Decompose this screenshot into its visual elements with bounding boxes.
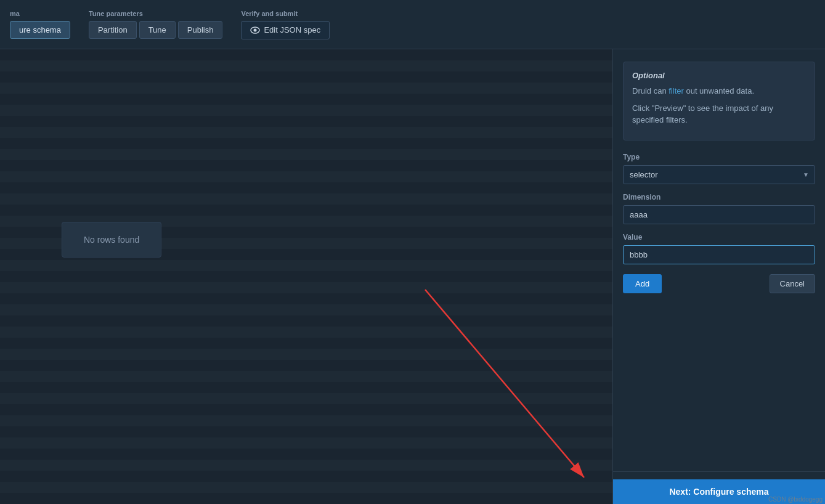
stripe-row [0,371,612,382]
no-rows-box: No rows found [62,222,161,258]
optional-title: Optional [632,71,806,80]
verify-section: Verify and submit Edit JSON spec [241,10,330,39]
stripe-row [0,426,612,437]
stripe-row [0,149,612,160]
schema-section-title: ma [10,10,70,17]
tune-buttons: Partition Tune Publish [89,21,223,39]
stripe-row [0,449,612,460]
preview-area: document.addEventListener('DOMContentLoa… [0,49,612,504]
stripe-row [0,83,612,94]
stripe-row [0,349,612,360]
stripe-row [0,127,612,138]
stripe-row [0,271,612,282]
stripe-row [0,205,612,216]
optional-text-2: Click "Preview" to see the impact of any… [632,102,806,126]
main-content: document.addEventListener('DOMContentLoa… [0,49,825,504]
stripe-row [0,304,612,315]
optional-text-1: Druid can filter out unwanted data. [632,85,806,97]
dimension-input[interactable] [623,205,815,224]
eye-icon [250,25,260,35]
stripe-row [0,338,612,349]
filter-link[interactable]: filter [669,86,684,96]
stripe-row [0,182,612,193]
next-button[interactable]: Next: Configure schema [613,479,825,504]
stripe-row [0,116,612,127]
schema-section: ma ure schema [10,10,70,39]
tune-section-title: Tune parameters [89,10,223,17]
svg-point-1 [254,28,257,31]
top-navigation: ma ure schema Tune parameters Partition … [0,0,825,49]
stripe-row [0,493,612,504]
stripe-row [0,415,612,426]
stripe-row [0,471,612,482]
publish-button[interactable]: Publish [178,21,223,39]
stripe-row [0,60,612,71]
right-panel: Optional Druid can filter out unwanted d… [612,49,825,504]
stripe-row [0,138,612,149]
dimension-label: Dimension [623,193,815,201]
edit-json-button[interactable]: Edit JSON spec [241,21,330,39]
stripe-row [0,94,612,105]
tune-section: Tune parameters Partition Tune Publish [89,10,223,39]
tune-button[interactable]: Tune [139,21,176,39]
stripe-row [0,171,612,182]
verify-section-title: Verify and submit [241,10,330,17]
stripe-row [0,160,612,171]
stripe-row [0,393,612,404]
value-label: Value [623,233,815,242]
stripe-row [0,460,612,471]
action-buttons: Add Cancel [623,274,815,293]
value-field-group: Value [623,233,815,264]
optional-hint-box: Optional Druid can filter out unwanted d… [623,62,815,140]
stripe-row [0,105,612,116]
panel-footer: Next: Configure schema [613,471,825,504]
edit-json-label: Edit JSON spec [264,25,320,35]
type-label: Type [623,153,815,161]
stripe-row [0,193,612,205]
stripe-row [0,49,612,60]
partition-button[interactable]: Partition [89,21,137,39]
value-input[interactable] [623,245,815,264]
type-select-wrapper: selector bound in not and or javascript [623,165,815,184]
dimension-field-group: Dimension [623,193,815,224]
stripe-row [0,260,612,271]
stripe-row [0,482,612,493]
stripe-row [0,293,612,304]
verify-buttons: Edit JSON spec [241,21,330,39]
stripe-row [0,282,612,293]
stripe-row [0,360,612,371]
striped-background: document.addEventListener('DOMContentLoa… [0,49,612,504]
stripe-row [0,404,612,415]
add-button[interactable]: Add [623,274,662,293]
no-rows-label: No rows found [84,235,139,245]
type-select[interactable]: selector bound in not and or javascript [623,165,815,184]
stripe-row [0,382,612,393]
cancel-button[interactable]: Cancel [770,274,815,293]
type-field-group: Type selector bound in not and or javasc… [623,153,815,184]
panel-content: Optional Druid can filter out unwanted d… [613,49,825,471]
stripe-row [0,315,612,327]
stripe-row [0,437,612,449]
stripe-row [0,327,612,338]
schema-buttons: ure schema [10,21,70,39]
stripe-row [0,71,612,83]
configure-schema-button[interactable]: ure schema [10,21,70,39]
